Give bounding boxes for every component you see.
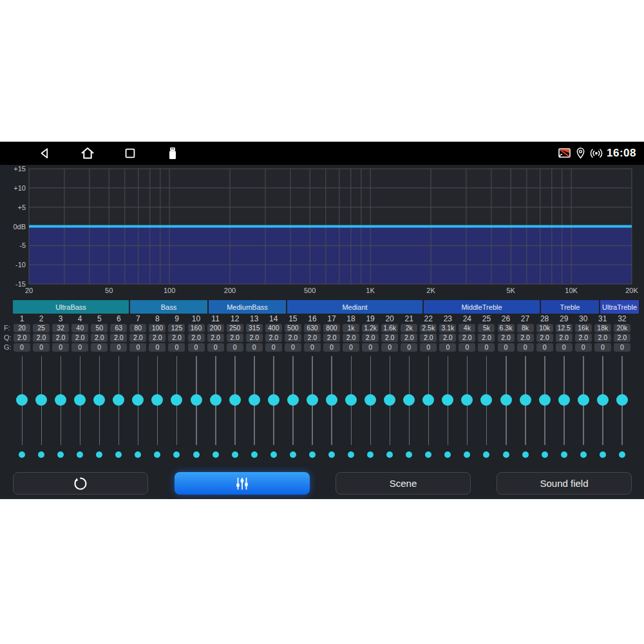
- q-value[interactable]: 2.0: [168, 334, 185, 342]
- freq-value[interactable]: 40: [71, 324, 88, 332]
- gain-slider-knob[interactable]: [365, 394, 376, 406]
- gain-value[interactable]: 0: [343, 343, 359, 352]
- q-value[interactable]: 2.0: [285, 334, 301, 342]
- gain-slider-knob[interactable]: [345, 394, 357, 406]
- q-value[interactable]: 2.0: [381, 334, 398, 342]
- gain-slider-knob[interactable]: [422, 394, 434, 406]
- gain-value[interactable]: 0: [168, 343, 185, 352]
- gain-value[interactable]: 0: [536, 343, 553, 352]
- gain-value[interactable]: 0: [285, 343, 301, 352]
- q-value[interactable]: 2.0: [459, 334, 475, 342]
- freq-value[interactable]: 200: [207, 324, 224, 332]
- freq-value[interactable]: 160: [188, 324, 205, 332]
- q-value[interactable]: 2.0: [52, 334, 69, 342]
- gain-value[interactable]: 0: [439, 343, 456, 352]
- gain-slider-knob[interactable]: [93, 394, 105, 406]
- q-value[interactable]: 2.0: [556, 334, 573, 342]
- gain-value[interactable]: 0: [575, 343, 592, 352]
- q-value[interactable]: 2.0: [362, 334, 379, 342]
- freq-value[interactable]: 80: [129, 324, 146, 332]
- gain-slider-knob[interactable]: [384, 394, 395, 406]
- q-value[interactable]: 2.0: [129, 334, 146, 342]
- q-value[interactable]: 2.0: [594, 334, 611, 342]
- gain-slider-knob[interactable]: [151, 394, 163, 406]
- gain-slider-knob[interactable]: [578, 394, 589, 406]
- gain-slider-knob[interactable]: [520, 394, 531, 406]
- gain-slider-knob[interactable]: [55, 394, 66, 406]
- gain-value[interactable]: 0: [207, 343, 224, 352]
- gain-value[interactable]: 0: [614, 343, 630, 352]
- freq-value[interactable]: 32: [52, 324, 69, 332]
- gain-slider-knob[interactable]: [442, 394, 453, 406]
- gain-slider-knob[interactable]: [249, 394, 260, 406]
- equalizer-tab-button[interactable]: [175, 472, 310, 495]
- sound-field-button[interactable]: Sound field: [497, 472, 632, 495]
- gain-slider-knob[interactable]: [539, 394, 551, 406]
- q-value[interactable]: 2.0: [401, 334, 417, 342]
- back-button[interactable]: [37, 146, 53, 161]
- gain-value[interactable]: 0: [265, 343, 282, 352]
- freq-value[interactable]: 100: [149, 324, 166, 332]
- gain-slider-knob[interactable]: [616, 394, 628, 406]
- gain-slider-knob[interactable]: [229, 394, 241, 406]
- gain-value[interactable]: 0: [52, 343, 69, 352]
- freq-value[interactable]: 315: [246, 324, 263, 332]
- freq-value[interactable]: 3.1k: [439, 324, 456, 332]
- freq-value[interactable]: 1.2k: [362, 324, 379, 332]
- gain-value[interactable]: 0: [227, 343, 243, 352]
- q-value[interactable]: 2.0: [498, 334, 515, 342]
- freq-value[interactable]: 10k: [536, 324, 553, 332]
- freq-value[interactable]: 1.6k: [381, 324, 398, 332]
- gain-value[interactable]: 0: [498, 343, 515, 352]
- gain-slider-knob[interactable]: [558, 394, 570, 406]
- freq-value[interactable]: 50: [91, 324, 108, 332]
- q-value[interactable]: 2.0: [343, 334, 359, 342]
- gain-value[interactable]: 0: [323, 343, 340, 352]
- gain-value[interactable]: 0: [149, 343, 166, 352]
- freq-value[interactable]: 6.3k: [498, 324, 515, 332]
- gain-value[interactable]: 0: [459, 343, 475, 352]
- freq-value[interactable]: 8k: [517, 324, 534, 332]
- reset-button[interactable]: [13, 472, 148, 495]
- gain-value[interactable]: 0: [33, 343, 50, 352]
- q-value[interactable]: 2.0: [614, 334, 630, 342]
- freq-value[interactable]: 500: [285, 324, 301, 332]
- gain-value[interactable]: 0: [517, 343, 534, 352]
- q-value[interactable]: 2.0: [91, 334, 108, 342]
- gain-value[interactable]: 0: [14, 343, 30, 352]
- gain-slider-knob[interactable]: [500, 394, 512, 406]
- freq-value[interactable]: 125: [168, 324, 185, 332]
- q-value[interactable]: 2.0: [33, 334, 50, 342]
- gain-value[interactable]: 0: [401, 343, 417, 352]
- gain-value[interactable]: 0: [110, 343, 127, 352]
- gain-value[interactable]: 0: [478, 343, 495, 352]
- q-value[interactable]: 2.0: [110, 334, 127, 342]
- q-value[interactable]: 2.0: [478, 334, 495, 342]
- gain-value[interactable]: 0: [246, 343, 263, 352]
- gain-slider-knob[interactable]: [210, 394, 222, 406]
- gain-slider-knob[interactable]: [403, 394, 415, 406]
- freq-value[interactable]: 400: [265, 324, 282, 332]
- freq-value[interactable]: 630: [304, 324, 321, 332]
- gain-slider-knob[interactable]: [480, 394, 492, 406]
- freq-value[interactable]: 20k: [614, 324, 630, 332]
- q-value[interactable]: 2.0: [14, 334, 30, 342]
- q-value[interactable]: 2.0: [71, 334, 88, 342]
- gain-slider-knob[interactable]: [16, 394, 28, 406]
- q-value[interactable]: 2.0: [207, 334, 224, 342]
- gain-value[interactable]: 0: [71, 343, 88, 352]
- gain-value[interactable]: 0: [188, 343, 205, 352]
- gain-slider-knob[interactable]: [307, 394, 318, 406]
- freq-value[interactable]: 16k: [575, 324, 592, 332]
- gain-slider-knob[interactable]: [132, 394, 144, 406]
- q-value[interactable]: 2.0: [227, 334, 243, 342]
- gain-value[interactable]: 0: [381, 343, 398, 352]
- q-value[interactable]: 2.0: [517, 334, 534, 342]
- gain-value[interactable]: 0: [420, 343, 437, 352]
- freq-value[interactable]: 5k: [478, 324, 495, 332]
- q-value[interactable]: 2.0: [420, 334, 437, 342]
- q-value[interactable]: 2.0: [439, 334, 456, 342]
- freq-value[interactable]: 4k: [459, 324, 475, 332]
- q-value[interactable]: 2.0: [149, 334, 166, 342]
- q-value[interactable]: 2.0: [304, 334, 321, 342]
